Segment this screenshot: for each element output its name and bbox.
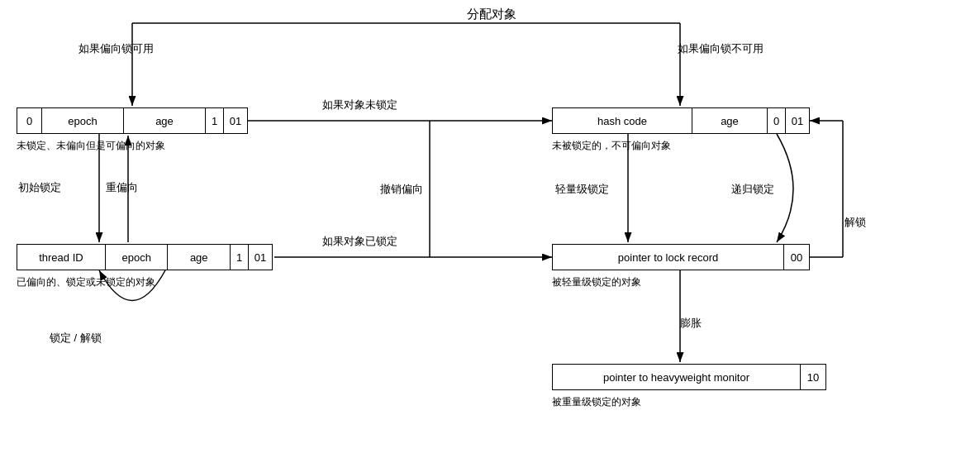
box-heavyweight: pointer to heavyweight monitor 10 (552, 364, 826, 390)
box-lightweight: pointer to lock record 00 (552, 244, 810, 270)
cell-1: 1 (206, 108, 224, 133)
label-rebias: 重偏向 (106, 180, 138, 195)
label-box4: 被轻量级锁定的对象 (552, 275, 641, 289)
cell-10: 10 (801, 365, 825, 389)
label-inflate: 膨胀 (680, 316, 702, 331)
cell-age2: age (168, 245, 231, 270)
cell-ptr-monitor: pointer to heavyweight monitor (553, 365, 801, 389)
diagram: 分配对象 如果偏向锁可用 如果偏向锁不可用 0 epoch age 1 01 未… (0, 0, 980, 463)
label-lightweight-lock: 轻量级锁定 (555, 182, 609, 197)
cell-age: age (124, 108, 206, 133)
arrows-svg (0, 0, 980, 463)
label-initial-lock: 初始锁定 (18, 180, 61, 195)
cell-epoch: epoch (42, 108, 124, 133)
cell-01: 01 (224, 108, 247, 133)
label-unlock: 解锁 (844, 215, 866, 230)
cell-epoch2: epoch (106, 245, 169, 270)
label-box2: 已偏向的、锁定或未锁定的对象 (17, 275, 155, 289)
cell-03: 0 (768, 108, 786, 133)
label-box5: 被重量级锁定的对象 (552, 395, 641, 409)
top-label: 分配对象 (467, 7, 516, 22)
cell-012: 01 (249, 245, 272, 270)
cell-thread-id: thread ID (17, 245, 106, 270)
box-biased: thread ID epoch age 1 01 (17, 244, 273, 270)
label-revoke-bias: 撤销偏向 (380, 182, 423, 197)
left-branch-label: 如果偏向锁可用 (78, 41, 154, 56)
cell-013: 01 (786, 108, 809, 133)
right-branch-label: 如果偏向锁不可用 (678, 41, 764, 56)
box-unlocked-biasable: 0 epoch age 1 01 (17, 107, 248, 134)
label-if-locked: 如果对象已锁定 (322, 234, 397, 249)
cell-00: 00 (784, 245, 809, 270)
cell-hashcode: hash code (553, 108, 692, 133)
label-box1: 未锁定、未偏向但是可偏向的对象 (17, 139, 165, 153)
box-unhashed: hash code age 0 01 (552, 107, 810, 134)
label-recursive-lock: 递归锁定 (731, 182, 774, 197)
cell-age3: age (692, 108, 768, 133)
cell-0: 0 (17, 108, 42, 133)
label-box3: 未被锁定的，不可偏向对象 (552, 139, 671, 153)
label-lock-unlock: 锁定 / 解锁 (50, 331, 102, 346)
cell-12: 1 (231, 245, 249, 270)
label-if-unlocked: 如果对象未锁定 (322, 98, 397, 112)
cell-ptr-lock: pointer to lock record (553, 245, 784, 270)
